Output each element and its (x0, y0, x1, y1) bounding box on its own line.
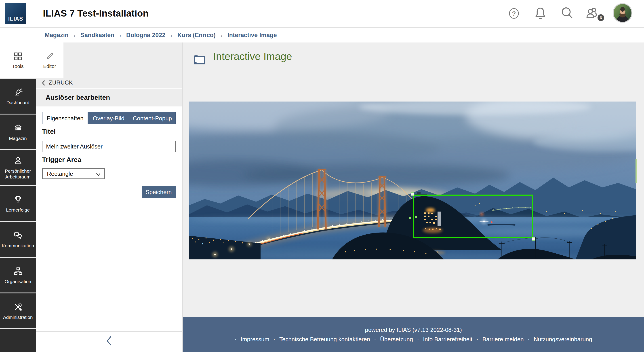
resize-handle-top-left[interactable] (411, 192, 414, 196)
sidebar-item-label: Organisation (4, 278, 31, 284)
breadcrumb-sandkasten[interactable]: Sandkasten (80, 32, 114, 39)
back-button[interactable]: ZURÜCK (36, 78, 182, 88)
trigger-area-rectangle[interactable] (413, 195, 533, 238)
chevron-left-icon (106, 335, 112, 346)
footer-separator: · (417, 336, 419, 342)
panel-top-filler (64, 43, 182, 78)
tool-tab-label: Editor (43, 64, 56, 69)
tab-eigenschaften[interactable]: Eigenschaften (42, 112, 88, 124)
tool-tab-editor[interactable]: Editor (36, 43, 64, 78)
panel-divider (36, 331, 182, 332)
notifications-bell-icon[interactable] (533, 5, 548, 22)
sidebar-item-label: Magazin (9, 135, 26, 141)
sidebar-item-organisation[interactable]: Organisation (0, 257, 36, 292)
ilias-app: ILIAS ILIAS 7 Test-Installation ? (0, 0, 644, 352)
footer-link-uebersetzung[interactable]: Übersetzung (380, 336, 413, 342)
footer-separator: · (374, 336, 376, 342)
editor-panel: Editor ZURÜCK Auslöser bearbeiten Eigens… (36, 43, 183, 352)
sidebar-item-label: Administration (3, 314, 32, 320)
page-title-header: ILIAS 7 Test-Installation (43, 0, 148, 27)
footer: powered by ILIAS (v7.13 2022-08-31) · Im… (183, 317, 644, 352)
footer-links: · Impressum · Technische Betreuung konta… (235, 336, 592, 342)
titel-label: Titel (42, 128, 56, 135)
bank-icon (13, 123, 23, 133)
trigger-area-value: Rectangle (47, 170, 73, 177)
breadcrumb-separator: › (220, 32, 222, 39)
panel-heading: Auslöser bearbeiten (36, 89, 182, 106)
save-button[interactable]: Speichern (142, 186, 176, 198)
footer-separator: · (528, 336, 530, 342)
main-content: Interactive Image (183, 43, 644, 352)
bridge-photo (189, 102, 636, 259)
trigger-tabs: Eigenschaften Overlay-Bild Content-Popup (42, 112, 176, 124)
org-chart-icon (13, 266, 23, 276)
sidebar-item-lernerfolge[interactable]: Lernerfolge (0, 185, 36, 221)
breadcrumb-bologna[interactable]: Bologna 2022 (126, 32, 166, 39)
folder-icon (194, 54, 206, 65)
sidebar-item-label: Tools (12, 64, 24, 69)
breadcrumb-separator: › (119, 32, 121, 39)
online-users-badge[interactable]: 6 (598, 14, 604, 21)
help-icon[interactable]: ? (506, 5, 522, 22)
chevron-down-icon (96, 173, 100, 176)
footer-link-technische-betreuung[interactable]: Technische Betreuung kontaktieren (279, 336, 370, 342)
sidebar: Tools Dashboard Magazin Persönlicher (0, 43, 36, 352)
breadcrumb-separator: › (170, 32, 172, 39)
sidebar-item-persoenlicher-arbeitsraum[interactable]: Persönlicher Arbeitsraum (0, 149, 36, 185)
logo-text: ILIAS (8, 16, 23, 24)
breadcrumb: Magazin › Sandkasten › Bologna 2022 › Ku… (0, 27, 644, 43)
breadcrumb-interactive-image[interactable]: Interactive Image (228, 32, 277, 39)
footer-separator: · (273, 336, 275, 342)
titel-input[interactable] (42, 141, 176, 152)
search-icon[interactable] (560, 5, 575, 22)
pencil-icon (45, 52, 54, 61)
svg-text:?: ? (512, 10, 516, 17)
footer-separator: · (476, 336, 478, 342)
sidebar-item-label: Persönlicher Arbeitsraum (1, 168, 34, 180)
resize-handle-bottom-right[interactable] (532, 237, 536, 241)
powered-by-text: powered by ILIAS (v7.13 2022-08-31) (365, 326, 462, 333)
page-title: Interactive Image (213, 51, 292, 63)
breadcrumb-magazin[interactable]: Magazin (45, 32, 68, 39)
sidebar-item-magazin[interactable]: Magazin (0, 114, 36, 149)
breadcrumb-kurs[interactable]: Kurs (Enrico) (178, 32, 216, 39)
footer-separator: · (235, 336, 237, 342)
trigger-area-select[interactable]: Rectangle (42, 168, 105, 179)
sidebar-item-label: Dashboard (6, 100, 30, 105)
sidebar-filler (0, 328, 36, 352)
interactive-image-canvas[interactable] (189, 102, 636, 259)
footer-link-info-barrierefreiheit[interactable]: Info Barrierefreiheit (423, 336, 472, 342)
grid-icon (13, 52, 23, 61)
back-label: ZURÜCK (49, 80, 73, 86)
lamp-icon (13, 87, 23, 97)
trigger-area-label: Trigger Area (42, 156, 81, 163)
footer-link-nutzungsvereinbarung[interactable]: Nutzungsvereinbarung (534, 336, 592, 342)
trophy-icon (13, 194, 23, 205)
sidebar-item-tools[interactable]: Tools (0, 43, 36, 78)
scrollbar-thumb[interactable] (636, 159, 637, 183)
crossed-tools-icon (13, 302, 23, 312)
chevron-left-icon (42, 80, 46, 86)
ilias-logo[interactable]: ILIAS (5, 3, 26, 24)
sidebar-item-administration[interactable]: Administration (0, 292, 36, 328)
footer-link-impressum[interactable]: Impressum (241, 336, 270, 342)
sidebar-item-kommunikation[interactable]: Kommunikation (0, 221, 36, 257)
header: ILIAS ILIAS 7 Test-Installation ? (0, 0, 644, 27)
person-icon (13, 156, 23, 166)
sidebar-item-label: Kommunikation (2, 243, 34, 248)
tab-content-popup[interactable]: Content-Popup (130, 112, 175, 124)
footer-link-barriere-melden[interactable]: Barriere melden (482, 336, 524, 342)
user-avatar[interactable] (613, 3, 632, 23)
tab-overlay-bild[interactable]: Overlay-Bild (88, 112, 130, 124)
sidebar-item-label: Lernerfolge (6, 207, 30, 212)
chat-icon (13, 230, 23, 240)
collapse-panel-button[interactable] (36, 335, 182, 346)
breadcrumb-separator: › (74, 32, 76, 39)
sidebar-item-dashboard[interactable]: Dashboard (0, 78, 36, 114)
who-is-online-icon[interactable] (584, 5, 599, 22)
